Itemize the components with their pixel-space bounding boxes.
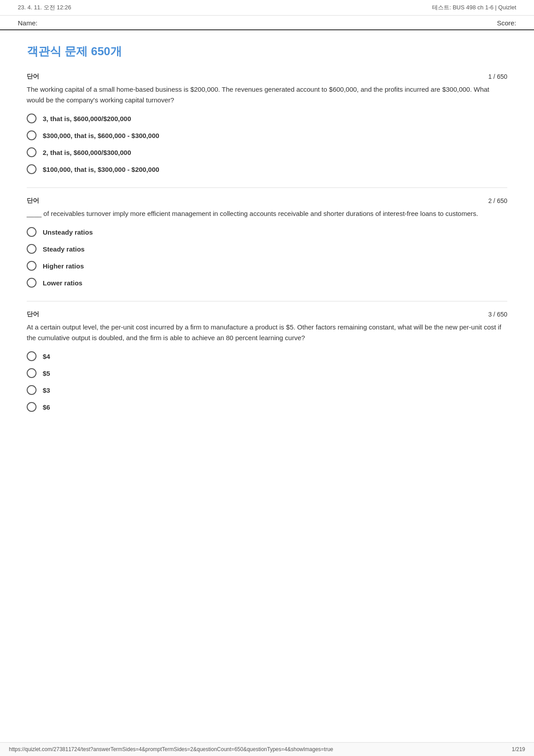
options-list-2: Unsteady ratios Steady ratios Higher rat… xyxy=(27,227,507,288)
question-text-3: At a certain output level, the per-unit … xyxy=(27,322,507,343)
question-number-3: 3 / 650 xyxy=(488,311,507,318)
main-content: 객관식 문제 650개 단어 1 / 650 The working capit… xyxy=(0,30,534,452)
question-header-1: 단어 1 / 650 xyxy=(27,73,507,81)
radio-3-4[interactable] xyxy=(27,402,36,412)
name-label: Name: xyxy=(18,19,37,27)
radio-3-2[interactable] xyxy=(27,368,36,378)
option-text-1-3: 2, that is, $600,000/$300,000 xyxy=(43,149,131,156)
top-bar: 23. 4. 11. 오전 12:26 테스트: BUS 498 ch 1-6 … xyxy=(0,0,534,16)
radio-2-1[interactable] xyxy=(27,227,36,237)
divider-1 xyxy=(27,187,507,188)
option-text-3-4: $6 xyxy=(43,403,50,411)
radio-3-1[interactable] xyxy=(27,351,36,361)
datetime-label: 23. 4. 11. 오전 12:26 xyxy=(18,4,71,12)
radio-1-4[interactable] xyxy=(27,164,36,174)
score-label: Score: xyxy=(497,19,516,27)
page-title-top: 테스트: BUS 498 ch 1-6 | Quizlet xyxy=(432,4,516,12)
question-label-3: 단어 xyxy=(27,310,39,318)
question-header-2: 단어 2 / 650 xyxy=(27,197,507,205)
radio-1-3[interactable] xyxy=(27,147,36,157)
radio-1-2[interactable] xyxy=(27,130,36,140)
bottom-page: 1/219 xyxy=(512,746,525,752)
question-label-2: 단어 xyxy=(27,197,39,205)
option-text-3-1: $4 xyxy=(43,353,50,360)
name-score-bar: Name: Score: xyxy=(0,16,534,30)
question-block-1: 단어 1 / 650 The working capital of a smal… xyxy=(27,73,507,174)
option-3-4[interactable]: $6 xyxy=(27,402,507,412)
option-3-3[interactable]: $3 xyxy=(27,385,507,395)
option-1-2[interactable]: $300,000, that is, $600,000 - $300,000 xyxy=(27,130,507,140)
question-block-3: 단어 3 / 650 At a certain output level, th… xyxy=(27,310,507,412)
option-1-3[interactable]: 2, that is, $600,000/$300,000 xyxy=(27,147,507,157)
question-number-2: 2 / 650 xyxy=(488,197,507,204)
bottom-url: https://quizlet.com/273811724/test?answe… xyxy=(9,746,333,752)
option-2-4[interactable]: Lower ratios xyxy=(27,278,507,288)
option-2-1[interactable]: Unsteady ratios xyxy=(27,227,507,237)
option-text-1-2: $300,000, that is, $600,000 - $300,000 xyxy=(43,132,159,139)
question-header-3: 단어 3 / 650 xyxy=(27,310,507,318)
options-list-1: 3, that is, $600,000/$200,000 $300,000, … xyxy=(27,114,507,174)
radio-2-2[interactable] xyxy=(27,244,36,254)
option-3-2[interactable]: $5 xyxy=(27,368,507,378)
option-2-2[interactable]: Steady ratios xyxy=(27,244,507,254)
radio-2-4[interactable] xyxy=(27,278,36,288)
option-text-1-4: $100,000, that is, $300,000 - $200,000 xyxy=(43,166,159,173)
option-3-1[interactable]: $4 xyxy=(27,351,507,361)
question-text-2: ____ of receivables turnover imply more … xyxy=(27,208,507,219)
option-text-2-4: Lower ratios xyxy=(43,279,82,287)
bottom-bar: https://quizlet.com/273811724/test?answe… xyxy=(0,742,534,756)
option-1-1[interactable]: 3, that is, $600,000/$200,000 xyxy=(27,114,507,123)
page-title: 객관식 문제 650개 xyxy=(27,44,507,59)
option-2-3[interactable]: Higher ratios xyxy=(27,261,507,271)
radio-2-3[interactable] xyxy=(27,261,36,271)
question-number-1: 1 / 650 xyxy=(488,73,507,80)
option-text-2-1: Unsteady ratios xyxy=(43,228,93,236)
option-text-2-2: Steady ratios xyxy=(43,245,85,253)
question-label-1: 단어 xyxy=(27,73,39,81)
question-block-2: 단어 2 / 650 ____ of receivables turnover … xyxy=(27,197,507,288)
option-text-2-3: Higher ratios xyxy=(43,262,84,270)
question-text-1: The working capital of a small home-base… xyxy=(27,84,507,106)
options-list-3: $4 $5 $3 $6 xyxy=(27,351,507,412)
radio-3-3[interactable] xyxy=(27,385,36,395)
divider-2 xyxy=(27,301,507,301)
option-text-1-1: 3, that is, $600,000/$200,000 xyxy=(43,115,131,122)
option-1-4[interactable]: $100,000, that is, $300,000 - $200,000 xyxy=(27,164,507,174)
radio-1-1[interactable] xyxy=(27,114,36,123)
option-text-3-3: $3 xyxy=(43,386,50,394)
option-text-3-2: $5 xyxy=(43,370,50,377)
